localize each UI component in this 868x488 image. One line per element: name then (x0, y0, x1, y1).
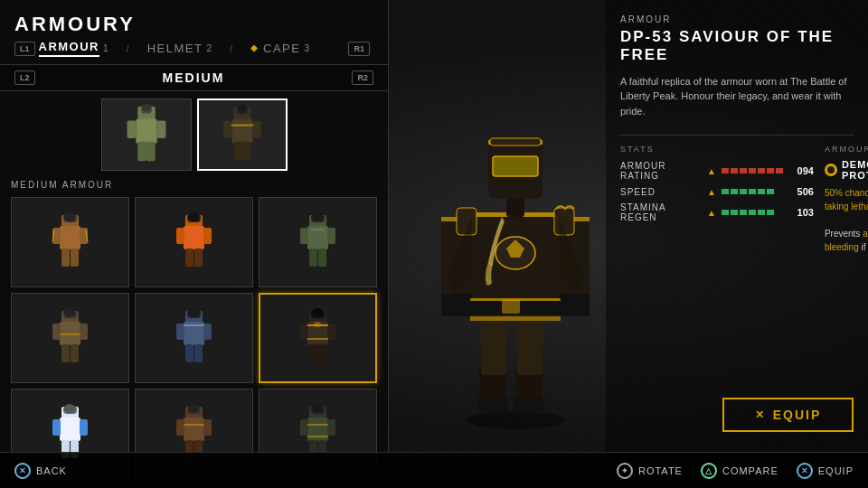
svg-rect-125 (493, 156, 538, 176)
svg-rect-1 (136, 118, 156, 143)
svg-rect-10 (223, 121, 232, 138)
svg-point-97 (312, 404, 323, 413)
svg-point-100 (466, 411, 565, 429)
svg-rect-61 (184, 324, 204, 326)
item-category: ARMOUR (620, 14, 854, 24)
passive-name-row: DEMOCRACY PROTECTS (825, 159, 868, 181)
stat-armour-rating: ARMOUR RATING ▲ 094 (620, 161, 814, 181)
svg-point-80 (64, 404, 75, 413)
grid-item-1[interactable] (11, 197, 129, 287)
equip-button[interactable]: ✕ EQUIP (722, 398, 854, 432)
grid-item-5[interactable] (135, 293, 253, 383)
tab-armour[interactable]: ARMOUR 1 (39, 40, 108, 57)
svg-rect-55 (176, 324, 184, 340)
grid-armor-4 (45, 306, 95, 370)
svg-rect-3 (156, 120, 165, 138)
svg-rect-31 (185, 249, 193, 267)
passive-icon (825, 164, 837, 176)
svg-rect-92 (300, 419, 308, 436)
svg-rect-67 (318, 344, 326, 362)
svg-point-7 (142, 104, 151, 111)
equip-bottom-action[interactable]: ✕ EQUIP (797, 463, 854, 479)
grid-section: MEDIUM ARMOUR (0, 91, 388, 486)
tab-helmet[interactable]: HELMET 2 (147, 42, 212, 55)
rotate-action[interactable]: ✦ ROTATE (617, 463, 683, 479)
rotate-button-icon: ✦ (617, 463, 633, 479)
svg-rect-121 (502, 299, 520, 314)
svg-rect-104 (514, 398, 544, 411)
compare-label: COMPARE (722, 465, 778, 476)
svg-rect-48 (61, 344, 70, 362)
svg-rect-93 (327, 419, 335, 436)
svg-rect-75 (52, 419, 61, 436)
info-panel: ARMOUR DP-53 SAVIOUR OF THE FREE A faith… (606, 0, 868, 461)
svg-point-42 (312, 212, 323, 221)
svg-rect-117 (441, 294, 472, 316)
category-next-btn[interactable]: R2 (352, 70, 373, 85)
featured-row (11, 99, 377, 171)
svg-point-88 (188, 404, 199, 413)
tab-cape[interactable]: CAPE 3 (250, 42, 309, 55)
bottom-right-actions: ✦ ROTATE △ COMPARE ✕ EQUIP (617, 463, 854, 479)
passive-label: ARMOUR PASSIVE (825, 145, 868, 154)
grid-item-3[interactable] (259, 197, 377, 287)
grid-item-4[interactable] (11, 293, 129, 383)
compare-action[interactable]: △ COMPARE (701, 463, 778, 479)
svg-rect-83 (176, 419, 184, 436)
stats-column: STATS ARMOUR RATING ▲ 094 (620, 145, 814, 254)
category-prev-btn[interactable]: L2 (14, 70, 35, 85)
grid-item-6[interactable] (259, 293, 377, 383)
featured-item-1[interactable] (101, 99, 192, 171)
svg-rect-12 (233, 142, 242, 161)
grid-armor-3 (293, 211, 343, 274)
svg-rect-56 (203, 324, 212, 340)
svg-rect-43 (311, 229, 325, 230)
stat-stamina-regen: STAMINA REGEN ▲ 103 (620, 202, 814, 222)
svg-rect-106 (517, 312, 542, 375)
grid-item-2[interactable] (135, 197, 253, 287)
character-figure (416, 23, 615, 438)
tab-next-btn[interactable]: R1 (348, 42, 370, 56)
svg-rect-64 (300, 324, 308, 340)
svg-point-69 (312, 308, 323, 317)
equip-bottom-label: EQUIP (818, 465, 854, 476)
svg-rect-84 (203, 419, 212, 436)
passive-description: 50% chance to not die when taking lethal… (825, 186, 868, 254)
svg-rect-2 (127, 120, 136, 138)
back-label: BACK (36, 465, 67, 476)
svg-rect-5 (146, 142, 156, 161)
svg-rect-76 (80, 419, 88, 436)
category-bar: L2 MEDIUM R2 (0, 64, 388, 91)
svg-rect-91 (307, 418, 328, 441)
svg-rect-28 (184, 226, 204, 249)
featured-item-2[interactable] (197, 99, 288, 171)
armor-figure-2 (199, 100, 286, 169)
bottom-bar: ✕ BACK ✦ ROTATE △ COMPARE ✕ EQUIP (0, 452, 868, 488)
svg-rect-11 (252, 121, 261, 138)
section-label: MEDIUM ARMOUR (11, 180, 377, 190)
svg-rect-4 (137, 142, 146, 161)
item-description: A faithful replica of the armour worn at… (620, 74, 854, 119)
svg-rect-65 (327, 324, 335, 340)
svg-rect-32 (194, 249, 203, 267)
equip-bottom-icon: ✕ (797, 463, 813, 479)
svg-rect-21 (61, 249, 70, 267)
svg-rect-29 (176, 228, 184, 244)
back-action[interactable]: ✕ BACK (14, 463, 67, 479)
svg-rect-37 (300, 228, 308, 244)
svg-rect-18 (60, 226, 80, 249)
cape-tab-icon (250, 45, 258, 52)
tab-prev-btn[interactable]: L1 (14, 42, 35, 56)
svg-rect-74 (60, 418, 80, 441)
compare-button-icon: △ (701, 463, 717, 479)
svg-rect-9 (231, 119, 252, 144)
armor-figure-1 (102, 99, 191, 170)
back-button-icon: ✕ (14, 463, 31, 479)
svg-rect-40 (318, 249, 326, 267)
svg-rect-49 (71, 344, 79, 362)
svg-rect-39 (309, 249, 317, 267)
svg-point-60 (188, 308, 199, 317)
svg-rect-105 (481, 312, 506, 375)
svg-rect-66 (309, 344, 317, 362)
svg-rect-103 (477, 398, 508, 411)
